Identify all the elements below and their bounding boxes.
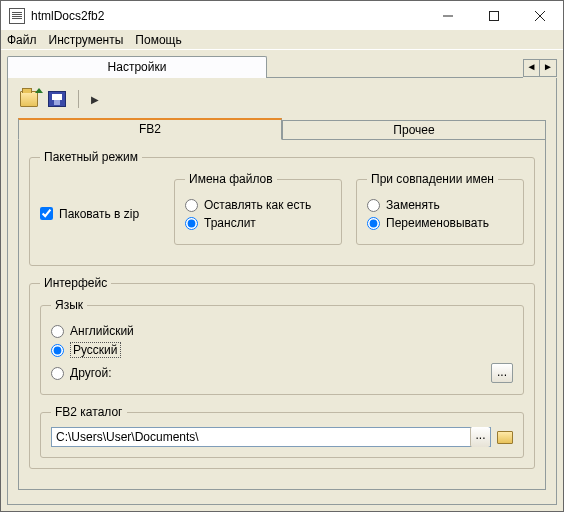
tab-nav: ◄ ►	[523, 59, 557, 77]
collision-replace-label: Заменять	[386, 198, 440, 212]
lang-other[interactable]: Другой:	[51, 366, 112, 380]
folder-icon[interactable]	[497, 431, 513, 444]
close-button[interactable]	[517, 1, 563, 30]
window-title: htmlDocs2fb2	[31, 9, 425, 23]
filenames-keep-label: Оставлять как есть	[204, 198, 311, 212]
interface-group: Интерфейс Язык Английский Русский	[29, 276, 535, 469]
catalog-group: FB2 каталог C:\Users\User\Documents\ ...	[40, 405, 524, 458]
sub-tabstrip: FB2 Прочее	[18, 118, 546, 140]
app-window: htmlDocs2fb2 Файл Инструменты Помощь Нас…	[0, 0, 564, 512]
filenames-keep[interactable]: Оставлять как есть	[185, 198, 331, 212]
language-legend: Язык	[51, 298, 87, 312]
close-icon	[535, 11, 545, 21]
menu-tools[interactable]: Инструменты	[49, 33, 124, 47]
filenames-keep-input[interactable]	[185, 199, 198, 212]
tab-settings[interactable]: Настройки	[7, 56, 267, 78]
main-tabstrip: Настройки ◄ ►	[7, 56, 557, 78]
maximize-icon	[489, 11, 499, 21]
filenames-group: Имена файлов Оставлять как есть Транслит	[174, 172, 342, 245]
svg-rect-1	[490, 11, 499, 20]
lang-english-input[interactable]	[51, 325, 64, 338]
filenames-legend: Имена файлов	[185, 172, 277, 186]
filenames-translit-input[interactable]	[185, 217, 198, 230]
toolbar-separator	[78, 90, 79, 108]
maximize-button[interactable]	[471, 1, 517, 30]
lang-russian[interactable]: Русский	[51, 342, 513, 358]
collision-replace-input[interactable]	[367, 199, 380, 212]
menu-help[interactable]: Помощь	[135, 33, 181, 47]
filenames-translit-label: Транслит	[204, 216, 256, 230]
menu-file[interactable]: Файл	[7, 33, 37, 47]
toolbar: ▶	[18, 86, 546, 118]
collision-rename[interactable]: Переименовывать	[367, 216, 513, 230]
save-icon[interactable]	[48, 91, 66, 107]
language-group: Язык Английский Русский Друго	[40, 298, 524, 395]
open-icon[interactable]	[20, 91, 38, 107]
titlebar: htmlDocs2fb2	[1, 1, 563, 30]
menubar: Файл Инструменты Помощь	[1, 30, 563, 50]
collision-replace[interactable]: Заменять	[367, 198, 513, 212]
app-icon	[9, 8, 25, 24]
catalog-path-text: C:\Users\User\Documents\	[52, 430, 470, 444]
lang-russian-label: Русский	[70, 342, 121, 358]
lang-english[interactable]: Английский	[51, 324, 513, 338]
filenames-translit[interactable]: Транслит	[185, 216, 331, 230]
catalog-browse-button[interactable]: ...	[470, 427, 490, 447]
pack-zip-input[interactable]	[40, 207, 53, 220]
fb2-panel: Пакетный режим Паковать в zip Имена файл…	[18, 140, 546, 490]
batch-group: Пакетный режим Паковать в zip Имена файл…	[29, 150, 535, 266]
lang-browse-button[interactable]: ...	[491, 363, 513, 383]
settings-panel: ▶ FB2 Прочее Пакетный режим Паковать в z…	[7, 78, 557, 505]
lang-russian-input[interactable]	[51, 344, 64, 357]
pack-zip-checkbox[interactable]: Паковать в zip	[40, 207, 139, 221]
lang-other-input[interactable]	[51, 367, 64, 380]
lang-other-label: Другой:	[70, 366, 112, 380]
collision-rename-label: Переименовывать	[386, 216, 489, 230]
play-icon[interactable]: ▶	[91, 94, 99, 105]
subtab-fb2[interactable]: FB2	[18, 118, 282, 140]
tab-nav-left[interactable]: ◄	[524, 60, 540, 76]
catalog-legend: FB2 каталог	[51, 405, 127, 419]
collision-group: При совпадении имен Заменять Переименовы…	[356, 172, 524, 245]
minimize-button[interactable]	[425, 1, 471, 30]
batch-legend: Пакетный режим	[40, 150, 142, 164]
collision-rename-input[interactable]	[367, 217, 380, 230]
collision-legend: При совпадении имен	[367, 172, 498, 186]
subtab-other[interactable]: Прочее	[282, 120, 546, 140]
interface-legend: Интерфейс	[40, 276, 111, 290]
minimize-icon	[443, 11, 453, 21]
lang-english-label: Английский	[70, 324, 134, 338]
client-area: Настройки ◄ ► ▶ FB2 Прочее Пакетный режи…	[1, 50, 563, 511]
catalog-path-field[interactable]: C:\Users\User\Documents\ ...	[51, 427, 491, 447]
pack-zip-label: Паковать в zip	[59, 207, 139, 221]
tab-nav-right[interactable]: ►	[540, 60, 556, 76]
